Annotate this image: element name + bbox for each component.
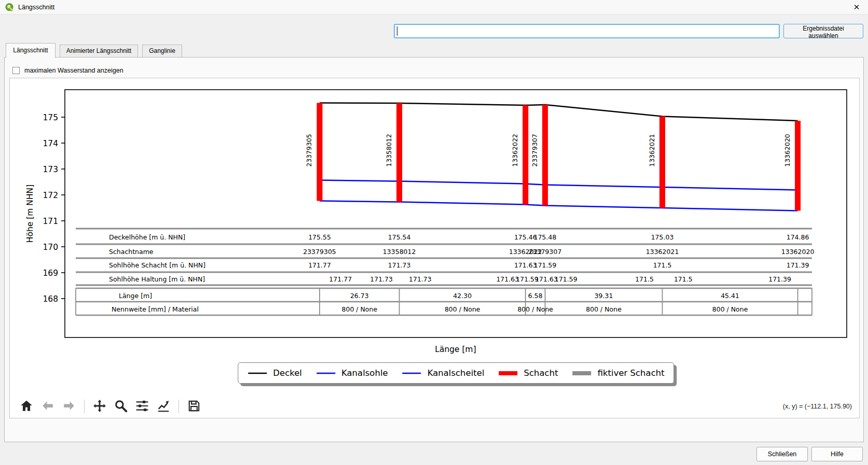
matplotlib-toolbar: (x, y) = (−112.1, 175.90) — [10, 395, 859, 418]
legend-label: Kanalsohle — [341, 368, 388, 378]
svg-text:171.59: 171.59 — [516, 275, 539, 283]
svg-text:171.73: 171.73 — [388, 261, 411, 269]
svg-text:172: 172 — [43, 191, 58, 200]
toolbar-separator — [178, 400, 179, 413]
legend-line-sample — [316, 370, 336, 376]
cursor-coordinates: (x, y) = (−112.1, 175.90) — [783, 403, 859, 410]
chart-legend: DeckelKanalsohleKanalscheitelSchachtfikt… — [238, 362, 674, 384]
svg-text:23379305: 23379305 — [305, 134, 313, 167]
svg-text:171.39: 171.39 — [768, 275, 791, 283]
svg-text:171: 171 — [43, 217, 58, 226]
result-file-input[interactable] — [394, 24, 780, 38]
svg-text:175.55: 175.55 — [308, 233, 331, 241]
svg-text:174: 174 — [43, 139, 58, 148]
svg-text:171.5: 171.5 — [674, 275, 693, 283]
max-water-checkbox[interactable] — [12, 67, 20, 74]
svg-text:Sohlhöhe Schacht [m ü. NHN]: Sohlhöhe Schacht [m ü. NHN] — [109, 261, 205, 269]
legend-label: Schacht — [524, 368, 558, 378]
subplots-icon[interactable] — [134, 398, 150, 415]
tab-content-panel: maximalen Wasserstand anzeigen 233793051… — [4, 57, 864, 442]
figure-frame: 2337930513358012133620222337930713362021… — [9, 78, 860, 418]
svg-text:800 / None: 800 / None — [342, 305, 378, 313]
select-result-file-button[interactable]: Ergebnissdatei auswählen — [783, 24, 863, 38]
legend-item: Kanalscheitel — [402, 368, 485, 378]
back-icon[interactable] — [39, 398, 56, 415]
svg-text:800 / None: 800 / None — [517, 305, 553, 313]
svg-text:23379307: 23379307 — [529, 248, 562, 256]
svg-text:171.77: 171.77 — [329, 275, 352, 283]
svg-text:175.54: 175.54 — [388, 233, 411, 241]
svg-text:171.77: 171.77 — [308, 261, 331, 269]
svg-text:171.39: 171.39 — [787, 261, 809, 269]
svg-text:169: 169 — [43, 269, 58, 278]
legend-line-sample — [499, 370, 518, 376]
legend-item: Schacht — [499, 368, 558, 378]
customize-axes-icon[interactable] — [155, 398, 172, 415]
svg-text:45.41: 45.41 — [721, 292, 739, 300]
titlebar: Längsschnitt ✕ — [0, 0, 868, 15]
svg-text:175.03: 175.03 — [651, 233, 674, 241]
svg-text:170: 170 — [43, 243, 58, 252]
home-icon[interactable] — [18, 398, 35, 415]
svg-text:168: 168 — [43, 294, 58, 304]
svg-text:13358012: 13358012 — [383, 248, 416, 256]
svg-text:Sohlhöhe Haltung [m ü. NHN]: Sohlhöhe Haltung [m ü. NHN] — [109, 275, 205, 283]
svg-text:13362022: 13362022 — [511, 134, 519, 167]
svg-text:800 / None: 800 / None — [586, 305, 622, 313]
tab-ganglinie[interactable]: Ganglinie — [142, 45, 182, 58]
svg-text:171.59: 171.59 — [534, 261, 557, 269]
svg-text:13362020: 13362020 — [781, 248, 815, 256]
svg-text:171.5: 171.5 — [653, 261, 672, 269]
close-window-button[interactable]: ✕ — [852, 3, 861, 12]
svg-text:Länge [m]: Länge [m] — [119, 292, 152, 300]
legend-item: fiktiver Schacht — [572, 368, 665, 378]
svg-text:Höhe [m NHN]: Höhe [m NHN] — [25, 185, 35, 243]
legend-label: fiktiver Schacht — [598, 368, 665, 378]
help-button[interactable]: Hilfe — [811, 447, 863, 461]
svg-text:23379305: 23379305 — [303, 248, 336, 256]
svg-text:Deckelhöhe [m ü. NHN]: Deckelhöhe [m ü. NHN] — [109, 233, 185, 241]
svg-text:13362021: 13362021 — [648, 134, 656, 167]
svg-text:175.48: 175.48 — [534, 233, 557, 241]
svg-text:174.86: 174.86 — [787, 233, 809, 241]
svg-text:42.30: 42.30 — [453, 292, 472, 300]
svg-text:173: 173 — [43, 165, 58, 174]
window-title: Längsschnitt — [18, 4, 54, 11]
legend-item: Deckel — [247, 368, 302, 378]
max-water-label: maximalen Wasserstand anzeigen — [24, 67, 123, 74]
svg-text:171.59: 171.59 — [555, 275, 577, 283]
profile-chart-canvas[interactable]: 2337930513358012133620222337930713362021… — [10, 78, 859, 394]
laengsschnitt-dialog: { "window": { "title": "Längsschnitt", "… — [0, 0, 868, 465]
svg-text:13362020: 13362020 — [783, 134, 791, 167]
svg-text:800 / None: 800 / None — [712, 305, 748, 313]
save-icon[interactable] — [186, 398, 202, 415]
legend-label: Deckel — [273, 368, 302, 378]
legend-line-sample — [247, 370, 267, 376]
svg-text:175: 175 — [43, 113, 58, 122]
forward-icon[interactable] — [61, 398, 77, 415]
text-caret — [397, 26, 397, 36]
legend-line-sample — [572, 370, 592, 376]
svg-text:Schachtname: Schachtname — [109, 248, 154, 256]
zoom-icon[interactable] — [113, 398, 129, 415]
pan-icon[interactable] — [91, 398, 108, 415]
svg-text:23379307: 23379307 — [531, 134, 539, 167]
svg-text:800 / None: 800 / None — [445, 305, 480, 313]
svg-text:13358012: 13358012 — [385, 134, 393, 167]
legend-label: Kanalscheitel — [428, 368, 485, 378]
legend-item: Kanalsohle — [316, 368, 388, 378]
tab-animierter-laengsschnitt[interactable]: Animierter Längsschnitt — [60, 45, 138, 58]
tab-laengsschnitt[interactable]: Längsschnitt — [6, 43, 56, 58]
svg-text:39.31: 39.31 — [595, 292, 613, 300]
svg-text:Länge [m]: Länge [m] — [435, 345, 476, 354]
max-water-option: maximalen Wasserstand anzeigen — [12, 67, 123, 74]
close-dialog-button[interactable]: Schließen — [756, 447, 808, 461]
toolbar-separator — [84, 400, 85, 413]
svg-text:171.73: 171.73 — [409, 275, 432, 283]
svg-text:171.73: 171.73 — [370, 275, 393, 283]
svg-text:Nennweite [mm] / Material: Nennweite [mm] / Material — [112, 305, 199, 313]
svg-text:171.5: 171.5 — [635, 275, 654, 283]
qgis-logo-icon — [5, 3, 14, 12]
legend-line-sample — [402, 370, 422, 376]
svg-text:6.58: 6.58 — [528, 292, 543, 300]
